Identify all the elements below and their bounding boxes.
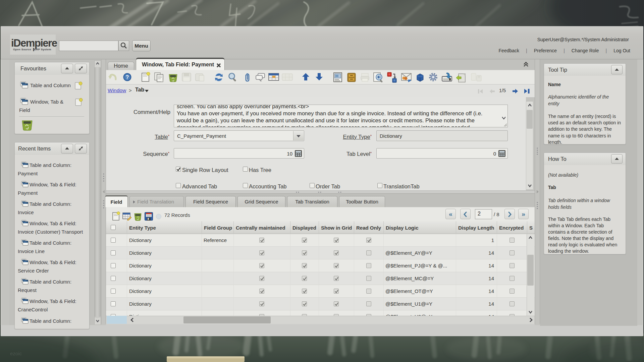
svg-text:?: ? bbox=[126, 74, 129, 80]
